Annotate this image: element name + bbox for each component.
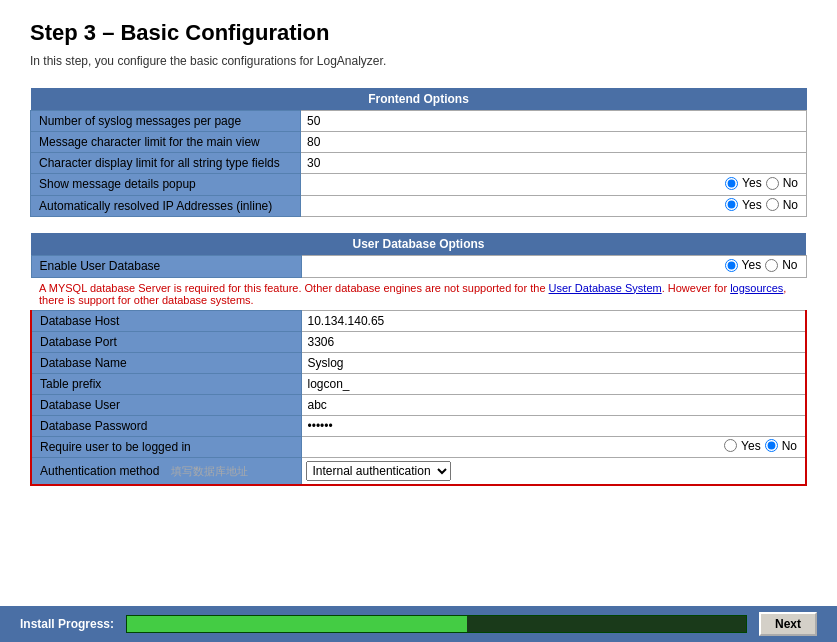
- require-login-yes-label: Yes: [741, 439, 761, 453]
- require-login-no-radio[interactable]: [765, 439, 778, 452]
- db-name-input[interactable]: [306, 355, 802, 371]
- db-user-label: Database User: [31, 394, 301, 415]
- auth-method-label: Authentication method 填写数据库地址: [31, 458, 301, 486]
- enable-userdb-no-label: No: [782, 258, 797, 272]
- db-port-label: Database Port: [31, 331, 301, 352]
- require-login-radio-cell: Yes No: [301, 436, 806, 458]
- page-title: Step 3 – Basic Configuration: [30, 20, 807, 46]
- msg-char-limit-input[interactable]: [305, 134, 802, 150]
- progress-bar-container: [126, 615, 747, 633]
- progress-bar-fill: [127, 616, 467, 632]
- db-password-label: Database Password: [31, 415, 301, 436]
- auto-resolve-ip-label: Automatically resolved IP Addresses (inl…: [31, 195, 301, 217]
- msg-char-limit-value[interactable]: [301, 132, 807, 153]
- table-prefix-input[interactable]: [306, 376, 802, 392]
- table-row: Message character limit for the main vie…: [31, 132, 807, 153]
- enable-userdb-radio-cell: Yes No: [301, 256, 806, 278]
- auth-method-select[interactable]: Internal authentication LDAP Authenticat…: [306, 461, 451, 481]
- auth-method-row: Authentication method 填写数据库地址 Internal a…: [31, 458, 806, 486]
- watermark-text: 填写数据库地址: [171, 463, 248, 479]
- enable-userdb-yes-label: Yes: [742, 258, 762, 272]
- install-progress-label: Install Progress:: [20, 617, 114, 631]
- table-row: Number of syslog messages per page: [31, 111, 807, 132]
- char-display-limit-value[interactable]: [301, 153, 807, 174]
- auto-resolve-ip-radio-group: Yes No: [725, 198, 798, 212]
- table-row: Automatically resolved IP Addresses (inl…: [31, 195, 807, 217]
- table-prefix-label: Table prefix: [31, 373, 301, 394]
- table-row: Enable User Database Yes No: [31, 256, 806, 278]
- auto-resolve-no-label: No: [783, 198, 798, 212]
- auto-resolve-yes-radio[interactable]: [725, 198, 738, 211]
- syslog-per-page-value[interactable]: [301, 111, 807, 132]
- userdb-section-header: User Database Options: [31, 233, 806, 256]
- db-user-input[interactable]: [306, 397, 802, 413]
- db-password-value[interactable]: [301, 415, 806, 436]
- show-msg-no-radio[interactable]: [766, 177, 779, 190]
- db-port-value[interactable]: [301, 331, 806, 352]
- db-name-value[interactable]: [301, 352, 806, 373]
- db-user-row: Database User: [31, 394, 806, 415]
- show-msg-details-radio-cell: Yes No: [301, 174, 807, 196]
- show-msg-details-radio-group: Yes No: [725, 176, 798, 190]
- show-msg-yes-radio[interactable]: [725, 177, 738, 190]
- warning-link-userdb[interactable]: User Database System: [549, 282, 662, 294]
- require-login-row: Require user to be logged in Yes No: [31, 436, 806, 458]
- db-host-input[interactable]: [306, 313, 802, 329]
- warning-row: A MYSQL database Server is required for …: [31, 277, 806, 310]
- auto-resolve-yes-label: Yes: [742, 198, 762, 212]
- db-name-row: Database Name: [31, 352, 806, 373]
- db-host-value[interactable]: [301, 310, 806, 331]
- table-row: Show message details popup Yes No: [31, 174, 807, 196]
- auth-method-value[interactable]: Internal authentication LDAP Authenticat…: [301, 458, 806, 486]
- warning-text: A MYSQL database Server is required for …: [31, 277, 806, 310]
- enable-userdb-radio-group: Yes No: [725, 258, 798, 272]
- syslog-per-page-label: Number of syslog messages per page: [31, 111, 301, 132]
- footer-bar: Install Progress: Next: [0, 606, 837, 642]
- enable-userdb-label: Enable User Database: [31, 256, 301, 278]
- auto-resolve-no-radio[interactable]: [766, 198, 779, 211]
- char-display-limit-label: Character display limit for all string t…: [31, 153, 301, 174]
- show-msg-yes-label: Yes: [742, 176, 762, 190]
- db-host-label: Database Host: [31, 310, 301, 331]
- frontend-options-table: Frontend Options Number of syslog messag…: [30, 88, 807, 217]
- table-prefix-value[interactable]: [301, 373, 806, 394]
- page-description: In this step, you configure the basic co…: [30, 54, 807, 68]
- frontend-section-header: Frontend Options: [31, 88, 807, 111]
- db-host-row: Database Host: [31, 310, 806, 331]
- show-msg-no-label: No: [783, 176, 798, 190]
- enable-userdb-no-radio[interactable]: [765, 259, 778, 272]
- db-name-label: Database Name: [31, 352, 301, 373]
- require-login-label: Require user to be logged in: [31, 436, 301, 458]
- syslog-per-page-input[interactable]: [305, 113, 802, 129]
- db-password-row: Database Password: [31, 415, 806, 436]
- enable-userdb-yes-radio[interactable]: [725, 259, 738, 272]
- require-login-radio-group: Yes No: [724, 439, 797, 453]
- table-prefix-row: Table prefix: [31, 373, 806, 394]
- userdb-options-table: User Database Options Enable User Databa…: [30, 233, 807, 486]
- msg-char-limit-label: Message character limit for the main vie…: [31, 132, 301, 153]
- require-login-yes-radio[interactable]: [724, 439, 737, 452]
- auto-resolve-ip-radio-cell: Yes No: [301, 195, 807, 217]
- warning-link-logsources[interactable]: logsources: [730, 282, 783, 294]
- db-port-input[interactable]: [306, 334, 802, 350]
- content-area: Step 3 – Basic Configuration In this ste…: [0, 0, 837, 606]
- db-user-value[interactable]: [301, 394, 806, 415]
- db-password-input[interactable]: [306, 418, 802, 434]
- char-display-limit-input[interactable]: [305, 155, 802, 171]
- db-port-row: Database Port: [31, 331, 806, 352]
- main-container: Step 3 – Basic Configuration In this ste…: [0, 0, 837, 642]
- show-msg-details-label: Show message details popup: [31, 174, 301, 196]
- table-row: Character display limit for all string t…: [31, 153, 807, 174]
- require-login-no-label: No: [782, 439, 797, 453]
- next-button[interactable]: Next: [759, 612, 817, 636]
